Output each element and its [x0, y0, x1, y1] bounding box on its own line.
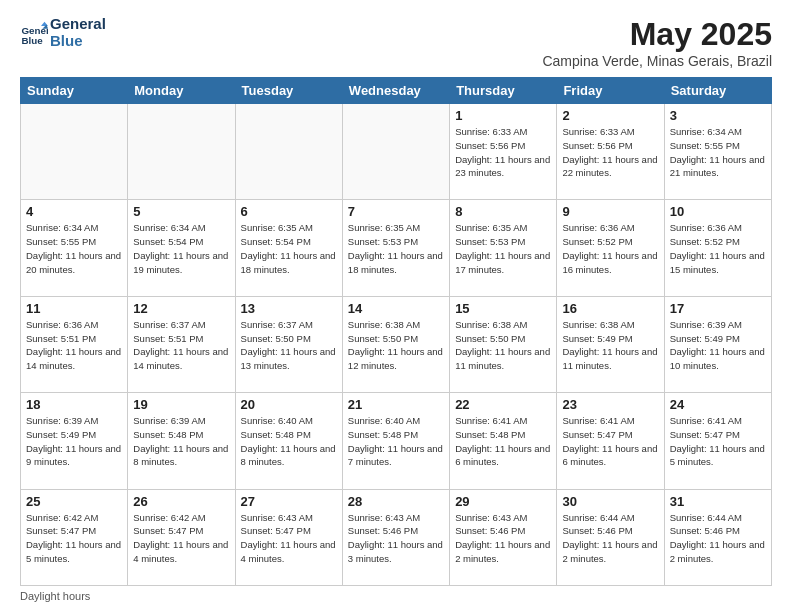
day-number: 5 [133, 204, 229, 219]
day-info: Sunrise: 6:41 AM Sunset: 5:47 PM Dayligh… [562, 414, 658, 469]
day-number: 30 [562, 494, 658, 509]
day-info: Sunrise: 6:38 AM Sunset: 5:50 PM Dayligh… [455, 318, 551, 373]
day-info: Sunrise: 6:34 AM Sunset: 5:55 PM Dayligh… [670, 125, 766, 180]
day-info: Sunrise: 6:39 AM Sunset: 5:49 PM Dayligh… [26, 414, 122, 469]
calendar-cell: 25Sunrise: 6:42 AM Sunset: 5:47 PM Dayli… [21, 489, 128, 585]
calendar-cell: 5Sunrise: 6:34 AM Sunset: 5:54 PM Daylig… [128, 200, 235, 296]
location: Campina Verde, Minas Gerais, Brazil [542, 53, 772, 69]
day-info: Sunrise: 6:37 AM Sunset: 5:50 PM Dayligh… [241, 318, 337, 373]
calendar-cell: 31Sunrise: 6:44 AM Sunset: 5:46 PM Dayli… [664, 489, 771, 585]
day-info: Sunrise: 6:35 AM Sunset: 5:53 PM Dayligh… [348, 221, 444, 276]
day-number: 24 [670, 397, 766, 412]
day-number: 29 [455, 494, 551, 509]
calendar-cell: 9Sunrise: 6:36 AM Sunset: 5:52 PM Daylig… [557, 200, 664, 296]
day-info: Sunrise: 6:36 AM Sunset: 5:52 PM Dayligh… [562, 221, 658, 276]
day-number: 11 [26, 301, 122, 316]
header-saturday: Saturday [664, 78, 771, 104]
calendar-cell: 12Sunrise: 6:37 AM Sunset: 5:51 PM Dayli… [128, 296, 235, 392]
day-info: Sunrise: 6:33 AM Sunset: 5:56 PM Dayligh… [455, 125, 551, 180]
calendar-table: SundayMondayTuesdayWednesdayThursdayFrid… [20, 77, 772, 586]
svg-text:Blue: Blue [21, 34, 43, 45]
day-number: 25 [26, 494, 122, 509]
calendar-cell [235, 104, 342, 200]
day-number: 31 [670, 494, 766, 509]
day-number: 14 [348, 301, 444, 316]
calendar-cell: 18Sunrise: 6:39 AM Sunset: 5:49 PM Dayli… [21, 393, 128, 489]
calendar-week-1: 4Sunrise: 6:34 AM Sunset: 5:55 PM Daylig… [21, 200, 772, 296]
day-info: Sunrise: 6:41 AM Sunset: 5:48 PM Dayligh… [455, 414, 551, 469]
calendar-week-3: 18Sunrise: 6:39 AM Sunset: 5:49 PM Dayli… [21, 393, 772, 489]
day-number: 18 [26, 397, 122, 412]
day-number: 4 [26, 204, 122, 219]
day-number: 7 [348, 204, 444, 219]
day-number: 21 [348, 397, 444, 412]
day-info: Sunrise: 6:44 AM Sunset: 5:46 PM Dayligh… [670, 511, 766, 566]
header: General Blue General Blue May 2025 Campi… [20, 16, 772, 69]
calendar-cell: 29Sunrise: 6:43 AM Sunset: 5:46 PM Dayli… [450, 489, 557, 585]
calendar-cell: 4Sunrise: 6:34 AM Sunset: 5:55 PM Daylig… [21, 200, 128, 296]
calendar-cell: 20Sunrise: 6:40 AM Sunset: 5:48 PM Dayli… [235, 393, 342, 489]
day-number: 23 [562, 397, 658, 412]
day-info: Sunrise: 6:35 AM Sunset: 5:53 PM Dayligh… [455, 221, 551, 276]
calendar-cell: 14Sunrise: 6:38 AM Sunset: 5:50 PM Dayli… [342, 296, 449, 392]
footer: Daylight hours [20, 590, 772, 602]
day-number: 2 [562, 108, 658, 123]
day-info: Sunrise: 6:39 AM Sunset: 5:49 PM Dayligh… [670, 318, 766, 373]
day-info: Sunrise: 6:35 AM Sunset: 5:54 PM Dayligh… [241, 221, 337, 276]
calendar-cell: 8Sunrise: 6:35 AM Sunset: 5:53 PM Daylig… [450, 200, 557, 296]
header-sunday: Sunday [21, 78, 128, 104]
day-info: Sunrise: 6:38 AM Sunset: 5:50 PM Dayligh… [348, 318, 444, 373]
calendar-week-0: 1Sunrise: 6:33 AM Sunset: 5:56 PM Daylig… [21, 104, 772, 200]
month-title: May 2025 [542, 16, 772, 53]
day-info: Sunrise: 6:38 AM Sunset: 5:49 PM Dayligh… [562, 318, 658, 373]
calendar-cell: 13Sunrise: 6:37 AM Sunset: 5:50 PM Dayli… [235, 296, 342, 392]
day-number: 6 [241, 204, 337, 219]
day-info: Sunrise: 6:41 AM Sunset: 5:47 PM Dayligh… [670, 414, 766, 469]
calendar-cell: 28Sunrise: 6:43 AM Sunset: 5:46 PM Dayli… [342, 489, 449, 585]
day-info: Sunrise: 6:36 AM Sunset: 5:51 PM Dayligh… [26, 318, 122, 373]
calendar-cell [128, 104, 235, 200]
header-friday: Friday [557, 78, 664, 104]
logo-line1: General [50, 16, 106, 33]
day-info: Sunrise: 6:43 AM Sunset: 5:46 PM Dayligh… [348, 511, 444, 566]
day-number: 17 [670, 301, 766, 316]
page: General Blue General Blue May 2025 Campi… [0, 0, 792, 612]
calendar-cell: 17Sunrise: 6:39 AM Sunset: 5:49 PM Dayli… [664, 296, 771, 392]
header-tuesday: Tuesday [235, 78, 342, 104]
day-number: 8 [455, 204, 551, 219]
calendar-cell [342, 104, 449, 200]
calendar-cell [21, 104, 128, 200]
calendar-cell: 22Sunrise: 6:41 AM Sunset: 5:48 PM Dayli… [450, 393, 557, 489]
calendar-cell: 30Sunrise: 6:44 AM Sunset: 5:46 PM Dayli… [557, 489, 664, 585]
calendar-cell: 27Sunrise: 6:43 AM Sunset: 5:47 PM Dayli… [235, 489, 342, 585]
calendar-week-2: 11Sunrise: 6:36 AM Sunset: 5:51 PM Dayli… [21, 296, 772, 392]
calendar-cell: 19Sunrise: 6:39 AM Sunset: 5:48 PM Dayli… [128, 393, 235, 489]
day-info: Sunrise: 6:40 AM Sunset: 5:48 PM Dayligh… [241, 414, 337, 469]
day-number: 22 [455, 397, 551, 412]
footer-text: Daylight hours [20, 590, 90, 602]
day-info: Sunrise: 6:42 AM Sunset: 5:47 PM Dayligh… [26, 511, 122, 566]
day-info: Sunrise: 6:34 AM Sunset: 5:54 PM Dayligh… [133, 221, 229, 276]
day-number: 15 [455, 301, 551, 316]
day-info: Sunrise: 6:43 AM Sunset: 5:46 PM Dayligh… [455, 511, 551, 566]
calendar-cell: 3Sunrise: 6:34 AM Sunset: 5:55 PM Daylig… [664, 104, 771, 200]
logo-icon: General Blue [20, 19, 48, 47]
day-info: Sunrise: 6:40 AM Sunset: 5:48 PM Dayligh… [348, 414, 444, 469]
day-number: 16 [562, 301, 658, 316]
calendar-cell: 26Sunrise: 6:42 AM Sunset: 5:47 PM Dayli… [128, 489, 235, 585]
calendar-cell: 1Sunrise: 6:33 AM Sunset: 5:56 PM Daylig… [450, 104, 557, 200]
calendar-cell: 6Sunrise: 6:35 AM Sunset: 5:54 PM Daylig… [235, 200, 342, 296]
day-info: Sunrise: 6:33 AM Sunset: 5:56 PM Dayligh… [562, 125, 658, 180]
day-number: 28 [348, 494, 444, 509]
calendar-cell: 24Sunrise: 6:41 AM Sunset: 5:47 PM Dayli… [664, 393, 771, 489]
header-thursday: Thursday [450, 78, 557, 104]
day-number: 1 [455, 108, 551, 123]
calendar-cell: 7Sunrise: 6:35 AM Sunset: 5:53 PM Daylig… [342, 200, 449, 296]
day-number: 27 [241, 494, 337, 509]
calendar-week-4: 25Sunrise: 6:42 AM Sunset: 5:47 PM Dayli… [21, 489, 772, 585]
day-number: 20 [241, 397, 337, 412]
day-number: 26 [133, 494, 229, 509]
calendar-header-row: SundayMondayTuesdayWednesdayThursdayFrid… [21, 78, 772, 104]
calendar-cell: 23Sunrise: 6:41 AM Sunset: 5:47 PM Dayli… [557, 393, 664, 489]
day-info: Sunrise: 6:34 AM Sunset: 5:55 PM Dayligh… [26, 221, 122, 276]
